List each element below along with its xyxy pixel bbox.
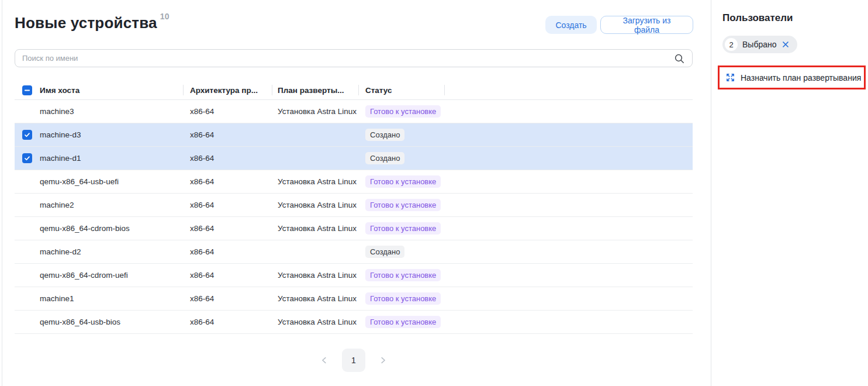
plan-cell: Установка Astra Linux xyxy=(272,201,358,209)
selected-count-badge: 2 xyxy=(725,38,738,51)
row-checkbox[interactable] xyxy=(22,153,32,163)
status-badge: Создано xyxy=(365,129,404,141)
row-checkbox-cell xyxy=(15,270,40,280)
plan-cell: Установка Astra Linux xyxy=(272,294,358,303)
arch-cell: x86-64 xyxy=(183,247,272,256)
status-badge: Создано xyxy=(365,152,404,164)
arch-cell: x86-64 xyxy=(183,271,272,280)
arch-cell: x86-64 xyxy=(183,107,272,116)
sidebar-divider xyxy=(711,0,711,386)
page-title: Новые устройства10 xyxy=(15,14,170,32)
column-header-plan[interactable]: План разверты... xyxy=(272,81,358,99)
column-header-status[interactable]: Статус xyxy=(358,81,444,99)
status-cell: Готово к установке xyxy=(358,222,444,235)
status-badge: Готово к установке xyxy=(365,222,441,235)
close-icon[interactable] xyxy=(781,40,790,49)
status-badge: Готово к установке xyxy=(365,316,441,328)
assign-deployment-plan-button[interactable]: Назначить план развертывания xyxy=(718,66,866,89)
create-button[interactable]: Создать xyxy=(545,16,597,34)
selected-filter-chip[interactable]: 2 Выбрано xyxy=(722,36,797,53)
column-header-host[interactable]: Имя хоста xyxy=(40,86,183,95)
select-all-checkbox[interactable] xyxy=(22,85,32,95)
plan-cell: Установка Astra Linux xyxy=(272,224,358,233)
expand-arrows-icon xyxy=(725,73,735,82)
host-cell: machine-d3 xyxy=(40,130,183,139)
host-cell: qemu-x86_64-usb-uefi xyxy=(40,177,183,186)
host-cell: machine-d1 xyxy=(40,154,183,163)
table-row[interactable]: machine-d1 x86-64 Создано xyxy=(15,147,693,170)
status-cell: Готово к установке xyxy=(358,199,444,211)
host-cell: qemu-x86_64-cdrom-bios xyxy=(40,224,183,233)
arch-cell: x86-64 xyxy=(183,177,272,186)
status-badge: Готово к установке xyxy=(365,199,441,211)
host-cell: machine2 xyxy=(40,201,183,209)
plan-cell: Установка Astra Linux xyxy=(272,177,358,186)
status-badge: Готово к установке xyxy=(365,269,441,281)
row-checkbox-cell xyxy=(15,177,40,187)
status-cell: Готово к установке xyxy=(358,316,444,328)
app-window: Новые устройства10 Создать Загрузить из … xyxy=(0,0,868,386)
table-row[interactable]: qemu-x86_64-usb-uefi x86-64 Установка As… xyxy=(15,170,693,194)
row-checkbox-cell xyxy=(15,106,40,116)
table-row[interactable]: machine1 x86-64 Установка Astra Linux Го… xyxy=(15,287,693,311)
host-cell: machine1 xyxy=(40,294,183,303)
plan-cell: Установка Astra Linux xyxy=(272,107,358,116)
row-checkbox-cell xyxy=(15,130,40,140)
status-badge: Создано xyxy=(365,246,404,258)
row-checkbox[interactable] xyxy=(22,130,32,140)
arch-cell: x86-64 xyxy=(183,318,272,326)
chevron-right-icon[interactable] xyxy=(378,355,388,366)
select-all-cell xyxy=(15,85,40,95)
arch-cell: x86-64 xyxy=(183,294,272,303)
status-cell: Готово к установке xyxy=(358,269,444,281)
page-count-badge: 10 xyxy=(160,12,170,21)
status-badge: Готово к установке xyxy=(365,105,441,118)
devices-table: Имя хоста Архитектура пр... План разверт… xyxy=(15,81,693,334)
chevron-left-icon[interactable] xyxy=(319,355,330,366)
row-checkbox-cell xyxy=(15,317,40,327)
upload-from-file-button[interactable]: Загрузить из файла xyxy=(600,16,693,34)
arch-cell: x86-64 xyxy=(183,154,272,163)
plan-cell: Установка Astra Linux xyxy=(272,318,358,326)
table-header-row: Имя хоста Архитектура пр... План разверт… xyxy=(15,81,693,100)
arch-cell: x86-64 xyxy=(183,224,272,233)
table-row[interactable]: qemu-x86_64-cdrom-bios x86-64 Установка … xyxy=(15,217,693,240)
search-icon[interactable] xyxy=(674,53,685,64)
sidebar-title: Пользователи xyxy=(722,12,793,24)
selected-chip-label: Выбрано xyxy=(742,40,777,49)
status-cell: Готово к установке xyxy=(358,105,444,118)
row-checkbox-cell xyxy=(15,247,40,257)
host-cell: qemu-x86_64-usb-bios xyxy=(40,318,183,326)
status-badge: Готово к установке xyxy=(365,292,441,305)
status-cell: Создано xyxy=(358,152,444,164)
table-row[interactable]: machine-d2 x86-64 Создано xyxy=(15,240,693,264)
search-input[interactable] xyxy=(15,50,692,67)
row-checkbox-cell xyxy=(15,223,40,233)
status-badge: Готово к установке xyxy=(365,175,441,188)
pagination: 1 xyxy=(15,349,693,372)
arch-cell: x86-64 xyxy=(183,201,272,209)
left-edge-divider xyxy=(2,0,2,386)
status-cell: Готово к установке xyxy=(358,292,444,305)
table-body: machine3 x86-64 Установка Astra Linux Го… xyxy=(15,100,693,334)
table-row[interactable]: qemu-x86_64-usb-bios x86-64 Установка As… xyxy=(15,311,693,334)
assign-deployment-plan-label: Назначить план развертывания xyxy=(741,73,861,82)
host-cell: machine3 xyxy=(40,107,183,116)
table-row[interactable]: machine3 x86-64 Установка Astra Linux Го… xyxy=(15,100,693,123)
host-cell: qemu-x86_64-cdrom-uefi xyxy=(40,271,183,280)
table-row[interactable]: machine2 x86-64 Установка Astra Linux Го… xyxy=(15,194,693,217)
row-checkbox-cell xyxy=(15,153,40,163)
status-cell: Создано xyxy=(358,129,444,141)
host-cell: machine-d2 xyxy=(40,247,183,256)
status-cell: Создано xyxy=(358,246,444,258)
row-checkbox-cell xyxy=(15,294,40,304)
page-title-text: Новые устройства xyxy=(15,14,157,32)
table-row[interactable]: qemu-x86_64-cdrom-uefi x86-64 Установка … xyxy=(15,264,693,287)
arch-cell: x86-64 xyxy=(183,130,272,139)
column-header-arch[interactable]: Архитектура пр... xyxy=(183,81,272,99)
column-header-spacer xyxy=(444,81,693,99)
table-row[interactable]: machine-d3 x86-64 Создано xyxy=(15,123,693,147)
page-number-button[interactable]: 1 xyxy=(342,349,365,372)
plan-cell: Установка Astra Linux xyxy=(272,271,358,280)
search-box xyxy=(15,49,693,67)
